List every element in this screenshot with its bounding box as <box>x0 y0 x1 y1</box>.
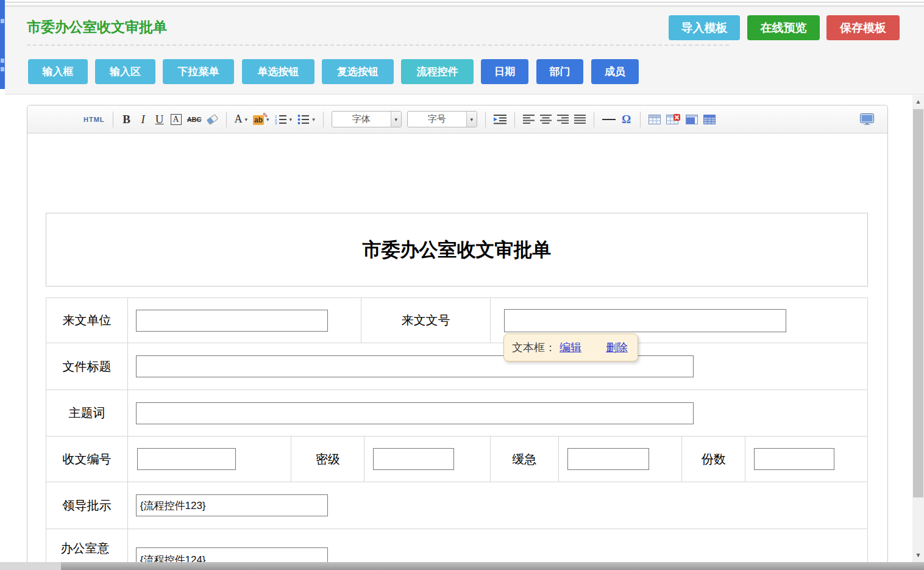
align-right-icon[interactable] <box>557 111 569 128</box>
cell-source-unit <box>128 298 361 343</box>
left-edge-mark <box>1 67 4 71</box>
chevron-down-icon[interactable]: ▾ <box>391 112 401 127</box>
receipt-no-input[interactable] <box>137 448 236 470</box>
doc-number-input[interactable] <box>504 309 786 332</box>
cell-receipt-no <box>128 436 292 482</box>
font-size-select[interactable]: 字号 ▾ <box>407 111 477 127</box>
toolbar-separator <box>594 112 594 127</box>
table-row: 收文编号 密级 缓急 份数 <box>46 436 867 482</box>
cell-leader-note <box>128 482 867 529</box>
online-preview-button[interactable]: 在线预览 <box>747 15 820 40</box>
vertical-scrollbar[interactable]: ▲ ▼ <box>912 95 924 562</box>
highlight-color-icon[interactable]: ab✎▾ <box>253 111 269 128</box>
widget-button-date[interactable]: 日期 <box>481 59 528 84</box>
table-row: 来文单位 来文文号 <box>46 298 867 343</box>
label-source-unit: 来文单位 <box>46 298 128 343</box>
label-urgency: 缓急 <box>491 436 559 482</box>
left-edge-mark <box>1 19 4 23</box>
italic-icon[interactable]: I <box>138 111 149 128</box>
cell-doc-title <box>128 343 867 390</box>
bottom-window-bar <box>0 562 924 570</box>
urgency-input[interactable] <box>567 448 649 470</box>
font-color-icon[interactable]: A▾ <box>235 111 248 128</box>
page-title: 市委办公室收文审批单 <box>27 18 167 37</box>
html-source-icon[interactable]: HTML <box>84 111 105 128</box>
table-delete-icon[interactable] <box>666 111 680 128</box>
widget-button-input-area[interactable]: 输入区 <box>95 59 155 84</box>
cell-subject <box>128 390 867 436</box>
form-title: 市委办公室收文审批单 <box>363 237 552 263</box>
form-table: 来文单位 来文文号 文件标题 主题词 收文编号 <box>46 297 868 570</box>
table-row: 主题词 <box>46 390 867 436</box>
align-justify-icon[interactable] <box>574 111 586 128</box>
label-doc-title: 文件标题 <box>46 343 128 390</box>
align-left-icon[interactable] <box>523 111 535 128</box>
label-receipt-no: 收文编号 <box>46 436 128 482</box>
scroll-down-button[interactable]: ▼ <box>912 549 924 561</box>
table-row: 文件标题 <box>46 343 867 390</box>
save-template-button[interactable]: 保存模板 <box>826 15 900 40</box>
table-cells-icon[interactable] <box>703 111 716 128</box>
label-subject: 主题词 <box>46 390 128 436</box>
scroll-up-button[interactable]: ▲ <box>912 95 924 107</box>
indent-icon[interactable] <box>494 111 506 128</box>
cell-secrecy <box>364 436 491 482</box>
secrecy-input[interactable] <box>373 448 454 470</box>
chevron-down-icon[interactable]: ▾ <box>466 112 477 127</box>
top-hairline <box>0 2 924 2</box>
toolbar-separator <box>514 112 515 127</box>
page: 市委办公室收文审批单 导入模板 在线预览 保存模板 输入框 输入区 下拉菜单 单… <box>0 0 924 570</box>
underline-icon[interactable]: U <box>154 111 165 128</box>
editor-toolbar: HTML B I U A ABC A▾ ab✎▾ 123 ▾ ▾ 字体 ▾ <box>27 105 887 134</box>
label-leader-note: 领导批示 <box>46 482 128 529</box>
import-template-button[interactable]: 导入模板 <box>669 15 740 40</box>
label-copies: 份数 <box>682 436 745 482</box>
boxed-a-icon[interactable]: A <box>171 114 182 125</box>
unordered-list-icon[interactable]: ▾ <box>297 111 315 128</box>
toolbar-separator <box>113 112 113 127</box>
dashed-separator <box>27 45 729 46</box>
label-secrecy: 密级 <box>291 436 364 482</box>
font-family-select[interactable]: 字体 ▾ <box>332 111 402 127</box>
leader-note-input[interactable] <box>136 494 328 516</box>
cell-urgency <box>559 436 683 482</box>
tooltip-label: 文本框： <box>512 340 556 355</box>
left-window-edge <box>0 0 5 89</box>
bold-icon[interactable]: B <box>121 111 132 128</box>
subject-input[interactable] <box>136 402 694 424</box>
strikethrough-icon[interactable]: ABC <box>187 111 202 128</box>
form-title-box: 市委办公室收文审批单 <box>46 213 868 287</box>
table-insert-icon[interactable] <box>649 111 661 128</box>
toolbar-separator <box>323 112 324 127</box>
toolbar-separator <box>226 112 227 127</box>
ordered-list-icon[interactable]: 123 ▾ <box>275 111 293 128</box>
table-row: 领导批示 <box>46 482 867 529</box>
widget-button-radio[interactable]: 单选按钮 <box>242 59 315 84</box>
cell-copies <box>745 436 867 482</box>
svg-text:3: 3 <box>275 121 277 124</box>
widget-button-checkbox[interactable]: 复选按钮 <box>322 59 394 84</box>
left-edge-mark <box>1 59 4 63</box>
widget-button-department[interactable]: 部门 <box>536 59 583 84</box>
special-char-icon[interactable]: Ω <box>621 111 632 128</box>
widget-button-dropdown[interactable]: 下拉菜单 <box>163 59 234 84</box>
copies-input[interactable] <box>754 448 834 470</box>
horizontal-rule-icon[interactable] <box>602 111 616 128</box>
label-doc-number: 来文文号 <box>361 298 491 343</box>
eraser-icon[interactable] <box>207 111 218 128</box>
widget-button-input-box[interactable]: 输入框 <box>28 59 88 84</box>
widget-tooltip: 文本框： 编辑 删除 <box>503 333 638 362</box>
bottom-bar-segment <box>0 562 61 570</box>
source-unit-input[interactable] <box>136 310 328 332</box>
toolbar-separator <box>485 112 486 127</box>
widget-button-member[interactable]: 成员 <box>591 59 639 84</box>
fullscreen-monitor-icon[interactable] <box>860 111 874 128</box>
table-properties-icon[interactable] <box>686 111 698 128</box>
top-hairline-2 <box>0 5 924 5</box>
tooltip-edit-link[interactable]: 编辑 <box>560 340 581 355</box>
align-center-icon[interactable] <box>540 111 552 128</box>
header-panel: 市委办公室收文审批单 导入模板 在线预览 保存模板 输入框 输入区 下拉菜单 单… <box>5 6 924 94</box>
widget-button-flow-control[interactable]: 流程控件 <box>401 59 474 84</box>
scrollbar-thumb[interactable] <box>913 109 923 497</box>
tooltip-delete-link[interactable]: 删除 <box>606 340 628 355</box>
